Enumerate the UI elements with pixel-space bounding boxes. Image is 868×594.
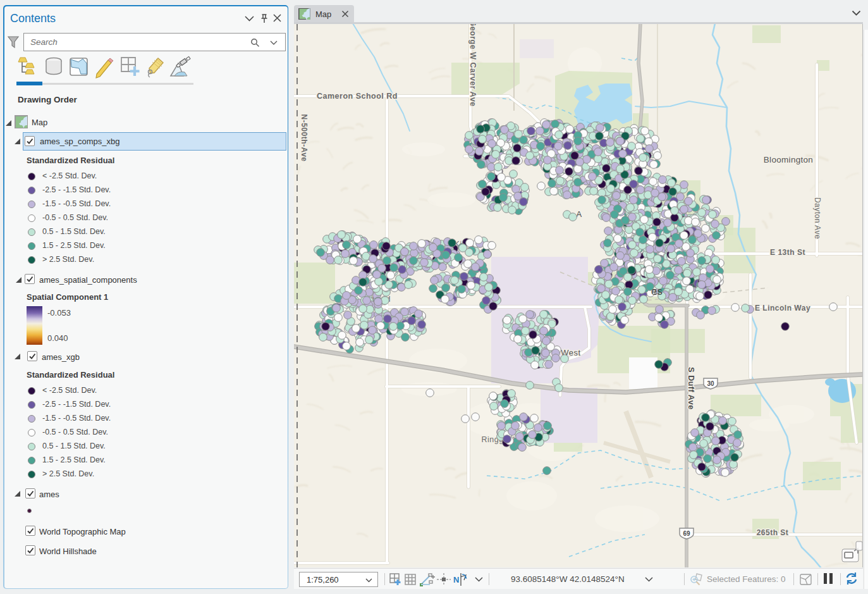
svg-text:Cameron School Rd: Cameron School Rd [317, 92, 398, 101]
svg-text:N-500th-Ave: N-500th-Ave [300, 114, 309, 161]
svg-text:Dayton Ave: Dayton Ave [813, 197, 822, 239]
svg-text:George W Carver Ave: George W Carver Ave [468, 24, 477, 107]
svg-text:A: A [576, 209, 582, 219]
svg-text:N: N [453, 575, 459, 585]
svg-text:30: 30 [707, 380, 714, 387]
svg-text:S Duff Ave: S Duff Ave [687, 367, 695, 409]
svg-text:E 13th St: E 13th St [770, 248, 805, 257]
svg-text:265th St: 265th St [757, 528, 789, 537]
svg-text:es: es [651, 286, 663, 297]
svg-text:69: 69 [683, 530, 690, 537]
svg-text:E Lincoln Way: E Lincoln Way [755, 304, 810, 312]
svg-text:Bloomington: Bloomington [764, 155, 813, 164]
